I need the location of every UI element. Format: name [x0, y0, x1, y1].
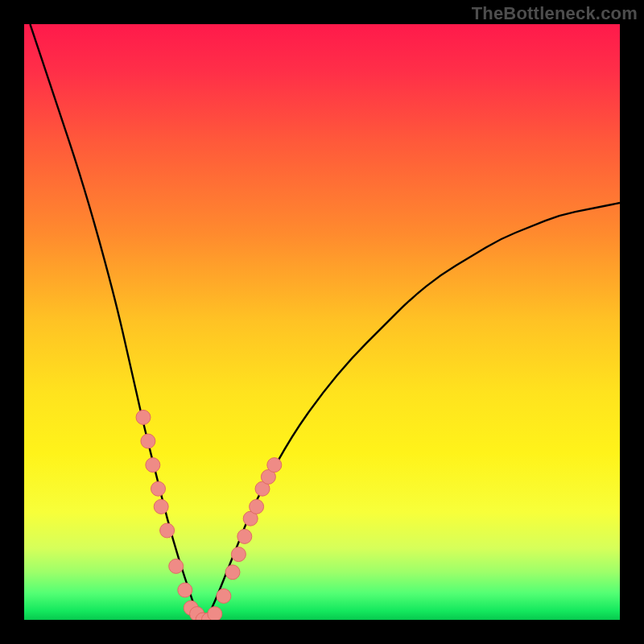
data-marker	[169, 559, 184, 573]
data-marker	[267, 458, 282, 473]
data-marker	[151, 481, 166, 496]
data-marker	[141, 434, 155, 448]
plot-area	[24, 24, 620, 620]
data-marker	[136, 410, 151, 424]
heat-gradient-bg	[24, 24, 620, 620]
chart-frame: TheBottleneck.com	[0, 0, 644, 644]
watermark-text: TheBottleneck.com	[472, 3, 638, 24]
data-marker	[250, 499, 264, 514]
data-marker	[231, 547, 246, 562]
bottleneck-chart	[24, 24, 620, 620]
data-marker	[237, 529, 252, 543]
data-marker	[160, 523, 175, 538]
data-marker	[178, 583, 192, 597]
data-marker	[146, 458, 160, 473]
data-marker	[154, 499, 168, 514]
data-marker	[225, 565, 240, 580]
data-marker	[217, 588, 231, 603]
data-marker	[208, 607, 222, 620]
